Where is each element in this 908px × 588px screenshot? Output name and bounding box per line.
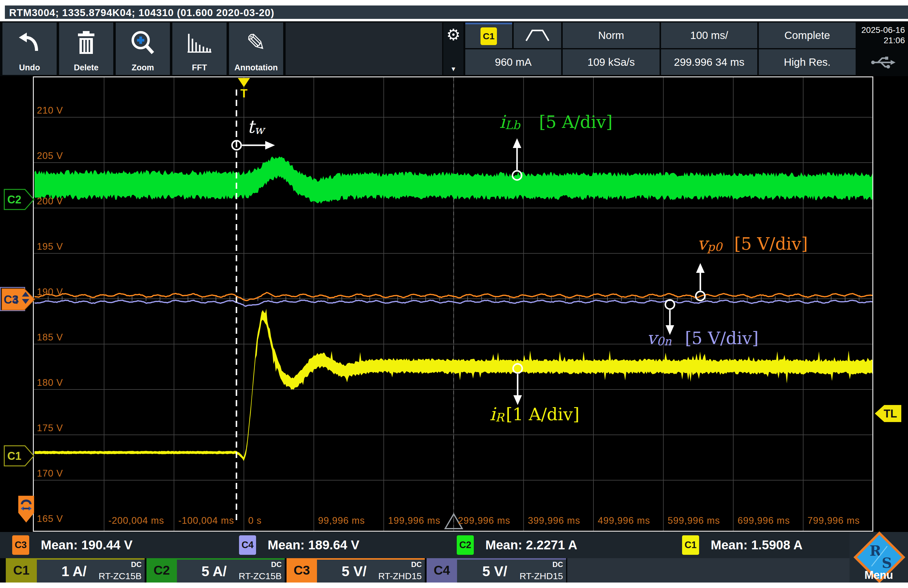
timebase-cell[interactable]: 100 ms/ [661,23,757,48]
annotation-i-rmw48: iR[1 A/div] [489,404,580,424]
trigger-slope-cell[interactable] [514,23,561,48]
sample-rate-cell[interactable]: 109 kSa/s [563,49,660,75]
acquisition-mode-value: High Res. [784,56,831,68]
channel-c4-settings[interactable]: 5 V/ DC RT-ZHD15 [457,558,566,583]
device-id-text: RTM3004; 1335.8794K04; 104310 (01.600 20… [9,7,274,18]
channel-c4-tab[interactable]: C4 [427,558,457,583]
measurement-c4: C4 Mean: 189.64 V [239,532,359,558]
measurement-c1: C1 Mean: 1.5908 A [682,532,803,558]
gear-icon: ⚙ [446,27,461,43]
c1-probe: RT-ZC15B [99,571,142,581]
c2-badge: C2 [457,535,474,555]
pencil-icon: ✎ [246,23,266,63]
acquisition-mode-cell[interactable]: High Res. [759,49,856,75]
record-time-value: 299.996 34 ms [674,56,744,68]
delete-button[interactable]: Delete [59,23,113,75]
channel-c2-settings[interactable]: 5 A/ DC RT-ZC15B [177,558,285,583]
c2-mean-value: Mean: 2.2271 A [485,538,577,553]
channel-c3-tab[interactable]: C3 [287,558,317,583]
undo-label: Undo [19,63,40,72]
trigger-mode-value: Norm [598,29,624,42]
measurement-c3: C3 Mean: 190.44 V [12,532,132,558]
svg-text:C3: C3 [4,293,19,306]
trigger-level-value: 960 mA [495,56,532,68]
waveform-region: T 210 V205 V200 V195 V190 V185 V180 V175… [0,76,908,532]
annotation-v-0n: v0n[5 V/div] [647,328,758,348]
acquisition-state-cell[interactable]: Complete [759,23,856,48]
fft-label: FFT [192,63,207,72]
zoom-button[interactable]: Zoom [116,23,170,75]
trigger-level-cell[interactable]: 960 mA [465,49,561,75]
chevron-down-icon: ▾ [452,64,455,73]
c4-mean-value: Mean: 189.64 V [268,538,359,553]
toolbar-empty-panel [286,23,442,75]
c3-badge: C3 [12,535,29,555]
channel-c1-settings[interactable]: 1 A/ DC RT-ZC15B [37,558,145,583]
c1-badge: C1 [682,535,699,555]
annotation-button[interactable]: ✎ Annotation [229,23,283,75]
c1-mean-value: Mean: 1.5908 A [711,538,803,553]
toolbar: Undo Delete Zoom FFT ✎ Annotation ⚙ [0,21,908,77]
bottom-margin [0,583,908,588]
undo-icon [16,23,43,63]
annotation-v-p0: vp0[5 V/div] [697,233,808,254]
probe-warning-flag-icon[interactable] [18,495,35,524]
c3-probe: RT-ZHD15 [378,571,422,581]
channel-c1-tab[interactable]: C1 [6,558,37,583]
waveform-display[interactable]: T 210 V205 V200 V195 V190 V185 V180 V175… [33,76,873,532]
c2-probe: RT-ZC15B [239,571,282,581]
measurement-c2: C2 Mean: 2.2271 A [457,532,577,558]
menu-button[interactable]: Menu [850,569,908,582]
sample-rate-value: 109 kSa/s [588,56,635,68]
trigger-source-badge: C1 [480,27,497,45]
zoom-icon [130,23,156,63]
c4-probe: RT-ZHD15 [520,571,563,581]
settings-column[interactable]: ⚙ ▾ [443,23,464,75]
acquisition-state-value: Complete [784,29,830,42]
svg-text:C1: C1 [7,450,21,462]
c3-mean-value: Mean: 190.44 V [41,538,132,553]
annotation-label: Annotation [235,63,278,72]
oscilloscope-screen: RTM3004; 1335.8794K04; 104310 (01.600 20… [0,0,908,588]
delete-label: Delete [74,63,98,72]
titlebar: RTM3004; 1335.8794K04; 104310 (01.600 20… [5,5,908,20]
channel-c3-settings[interactable]: 5 V/ DC RT-ZHD15 [317,558,425,583]
datetime-display: 2025-06-16 21:06 [859,23,908,48]
fft-button[interactable]: FFT [172,23,227,75]
record-time-cell[interactable]: 299.996 34 ms [661,49,757,75]
channel-c1-marker[interactable]: C1 [4,445,35,467]
channel-c2-tab[interactable]: C2 [147,558,177,583]
channel-settings-bar: C1 1 A/ DC RT-ZC15B C2 5 A/ DC RT-ZC15B … [0,558,908,583]
trigger-source-cell[interactable]: C1 [465,23,512,48]
c4-coupling: DC [552,560,563,569]
annotation-tw: tw [247,116,264,137]
svg-text:TL: TL [884,408,897,420]
trigger-slope-icon [524,27,551,44]
undo-button[interactable]: Undo [2,23,56,75]
fft-spectrum-icon [186,23,213,63]
c3-coupling: DC [411,560,422,569]
annotation-arrows [34,77,873,531]
trash-icon [76,23,97,63]
usb-icon [871,55,896,69]
c4-badge: C4 [239,535,256,555]
c1-coupling: DC [131,560,142,569]
usb-status [859,49,908,75]
c2-coupling: DC [271,560,282,569]
timebase-value: 100 ms/ [690,29,728,42]
channel-c3-c4-marker[interactable]: 4 C3 [0,287,37,312]
measurement-row: C3 Mean: 190.44 V C4 Mean: 189.64 V C2 M… [0,532,908,558]
zoom-label: Zoom [132,63,154,72]
channel-c2-marker[interactable]: C2 [4,189,35,210]
date-text: 2025-06-16 [859,25,905,35]
time-text: 21:06 [859,35,905,46]
trigger-mode-cell[interactable]: Norm [563,23,660,48]
svg-text:C2: C2 [7,193,21,206]
trigger-level-marker[interactable]: TL [873,404,902,423]
annotation-i-lb: iLb[5 A/div] [499,111,613,132]
